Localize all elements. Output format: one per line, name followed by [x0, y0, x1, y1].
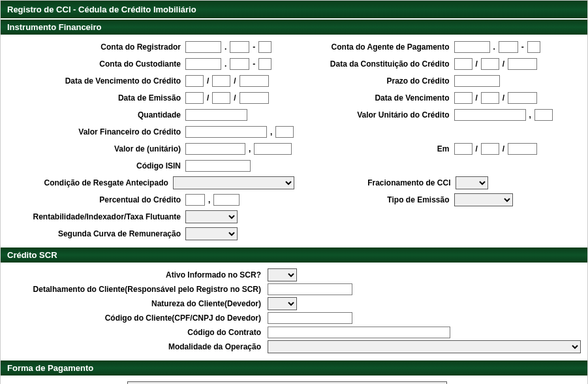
conta-registrador-1[interactable] [185, 41, 221, 53]
data-vencimento-credito-m[interactable] [212, 75, 230, 87]
codigo-cliente[interactable] [268, 312, 352, 324]
label-em: Em [296, 144, 452, 153]
conta-registrador-2[interactable] [230, 41, 249, 53]
conta-custodiante-1[interactable] [185, 58, 221, 70]
conta-agente-pagamento-2[interactable] [499, 41, 518, 53]
label-data-constituicao-credito: Data da Constituição do Crédito [296, 59, 452, 69]
label-codigo-cliente: Código do Cliente(CPF/CNPJ do Devedor) [7, 313, 265, 323]
sep-dot: . [223, 59, 228, 69]
data-constituicao-d[interactable] [454, 58, 472, 70]
data-vencimento-m[interactable] [481, 92, 499, 104]
label-detalhamento-cliente: Detalhamento do Cliente(Responsável pelo… [7, 285, 265, 294]
sep-comma: , [528, 110, 533, 120]
label-condicao-resgate: Condição de Resgate Antecipado [7, 178, 171, 187]
sep-dot: . [492, 42, 497, 52]
label-valor-unitario-credito: Valor Unitário do Crédito [296, 110, 452, 120]
valor-financeiro-credito-dec[interactable] [275, 126, 294, 138]
sep-dash: - [251, 59, 256, 69]
section-body-forma-pagamento: Formas de Pagamento [1, 376, 587, 384]
label-quantidade: Quantidade [7, 110, 183, 120]
label-tipo-emissao: Tipo de Emissão [296, 195, 452, 204]
conta-custodiante-3[interactable] [258, 58, 271, 70]
em-y[interactable] [508, 143, 537, 155]
sep-slash: / [232, 93, 237, 103]
prazo-credito[interactable] [454, 75, 500, 87]
data-constituicao-y[interactable] [508, 58, 537, 70]
section-body-credito-scr: Ativo Informado no SCR? Detalhamento do … [1, 263, 587, 359]
percentual-credito-dec[interactable] [213, 194, 240, 206]
conta-agente-pagamento-3[interactable] [527, 41, 540, 53]
formas-pagamento-select[interactable] [127, 381, 447, 384]
data-emissao-y[interactable] [240, 92, 269, 104]
quantidade[interactable] [185, 109, 247, 121]
section-header-instrumento: Instrumento Financeiro [1, 18, 587, 35]
data-vencimento-y[interactable] [508, 92, 537, 104]
label-codigo-contrato: Código do Contrato [7, 328, 265, 337]
sep-slash: / [474, 93, 479, 103]
label-fracionamento-cci: Fracionamento de CCI [297, 178, 454, 187]
modalidade-operacao-select[interactable] [268, 340, 581, 353]
valor-unitario-credito-int[interactable] [454, 109, 526, 121]
valor-de-unitario-dec[interactable] [254, 143, 292, 155]
percentual-credito-int[interactable] [185, 194, 205, 206]
data-emissao-d[interactable] [185, 92, 204, 104]
natureza-cliente-select[interactable] [268, 297, 297, 310]
sep-dash: - [520, 42, 525, 52]
label-valor-financeiro-credito: Valor Financeiro do Crédito [7, 127, 183, 136]
sep-dash: - [251, 42, 256, 52]
label-codigo-isin: Código ISIN [7, 161, 183, 170]
label-ativo-informado: Ativo Informado no SCR? [7, 270, 265, 280]
em-d[interactable] [454, 143, 472, 155]
sep-slash: / [474, 144, 479, 153]
label-rentabilidade: Rentabilidade/Indexador/Taxa Flutuante [7, 212, 183, 221]
data-emissao-m[interactable] [212, 92, 230, 104]
label-modalidade-operacao: Modalidade da Operação [7, 342, 265, 351]
segunda-curva-select[interactable] [185, 227, 238, 240]
section-header-forma-pagamento: Forma de Pagamento [1, 359, 587, 376]
conta-agente-pagamento-1[interactable] [454, 41, 490, 53]
sep-slash: / [206, 93, 210, 103]
sep-comma: , [269, 127, 273, 136]
sep-slash: / [501, 93, 506, 103]
form-container: Registro de CCI - Cédula de Crédito Imob… [0, 0, 588, 384]
sep-slash: / [501, 144, 506, 153]
em-m[interactable] [481, 143, 499, 155]
label-conta-custodiante: Conta do Custodiante [7, 59, 183, 69]
sep-comma: , [207, 195, 211, 204]
conta-custodiante-2[interactable] [230, 58, 249, 70]
condicao-resgate-select[interactable] [173, 176, 294, 189]
sep-slash: / [232, 76, 237, 86]
rentabilidade-select[interactable] [185, 210, 238, 223]
valor-de-unitario-int[interactable] [185, 143, 245, 155]
label-conta-agente-pagamento: Conta do Agente de Pagamento [296, 42, 452, 52]
data-constituicao-m[interactable] [481, 58, 499, 70]
data-vencimento-credito-d[interactable] [185, 75, 204, 87]
label-data-vencimento: Data de Vencimento [296, 93, 452, 103]
sep-slash: / [501, 59, 506, 69]
sep-comma: , [247, 144, 252, 153]
codigo-contrato[interactable] [268, 327, 450, 338]
fracionamento-cci-select[interactable] [456, 176, 488, 189]
valor-unitario-credito-dec[interactable] [534, 109, 553, 121]
data-vencimento-d[interactable] [454, 92, 472, 104]
detalhamento-cliente[interactable] [268, 283, 352, 295]
sep-dot: . [223, 42, 228, 52]
label-percentual-credito: Percentual do Crédito [7, 195, 183, 204]
label-valor-de-unitario: Valor de (unitário) [7, 144, 183, 153]
label-prazo-credito: Prazo do Crédito [296, 76, 452, 86]
label-data-vencimento-credito: Data de Vencimento do Crédito [7, 76, 183, 86]
data-vencimento-credito-y[interactable] [240, 75, 269, 87]
conta-registrador-3[interactable] [258, 41, 271, 53]
page-title: Registro de CCI - Cédula de Crédito Imob… [1, 1, 587, 18]
label-conta-registrador: Conta do Registrador [7, 42, 183, 52]
tipo-emissao-select[interactable] [454, 193, 513, 206]
sep-slash: / [206, 76, 210, 86]
section-body-instrumento: Conta do Registrador . - Conta do Agente… [1, 35, 587, 246]
codigo-isin[interactable] [185, 160, 251, 172]
sep-slash: / [474, 59, 479, 69]
ativo-informado-select[interactable] [268, 268, 297, 281]
valor-financeiro-credito-int[interactable] [185, 126, 267, 138]
label-data-emissao: Data de Emissão [7, 93, 183, 103]
section-header-credito-scr: Crédito SCR [1, 246, 587, 263]
label-natureza-cliente: Natureza do Cliente(Devedor) [7, 299, 265, 308]
